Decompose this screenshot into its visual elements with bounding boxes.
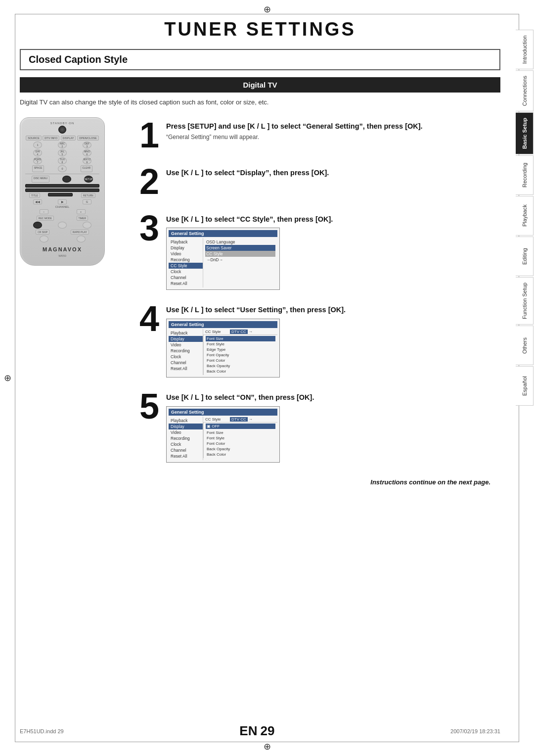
sidebar-tab-introduction[interactable]: Introduction [516,30,534,69]
sub-edge-type: Edge Type [206,347,275,352]
btn-mno[interactable]: MNO6 [83,149,91,156]
numpad-row2: GHI4 JKL5 MNO6 [25,149,99,156]
disc-setup-row: DISC MENU SETUP [25,176,99,183]
arrow-right: → [249,330,253,334]
reg-mark-bottom: ⊕ [264,741,271,752]
openclose-btn[interactable]: OPEN/CLOSE [77,136,99,141]
nav-btn[interactable]: ▶ [58,199,67,204]
menu4-playback: Playback [169,330,203,336]
numpad-row1: 1 ABC2 DEF3 [25,142,99,148]
step-2-content: Use [K / L ] to select “Display”, then p… [166,164,500,181]
btn-abc[interactable]: ABC2 [58,142,67,148]
rapid-play-btn[interactable]: RAPID PLAY [71,230,89,235]
btn-0[interactable]: 0 [58,165,67,172]
remote-column: STANDBY·ON SOURCE DTV INFO DISPLAY OPEN/… [20,117,124,266]
btn-1[interactable]: 1 [33,142,42,148]
long-btn-1[interactable] [25,184,99,188]
play-btn[interactable] [58,222,67,229]
btn-jkl[interactable]: JKL5 [58,149,67,156]
ch-plus[interactable]: + [77,209,86,214]
sidebar-tab-playback[interactable]: Playback [516,196,534,236]
prev-btn[interactable]: ◀◀ [33,199,42,204]
sidebar-tab-recording[interactable]: Recording [516,155,534,195]
long-btn-3[interactable] [48,193,73,196]
sidebar-tab-function-setup[interactable]: Function Setup [516,277,534,325]
reg-mark-left: ⊕ [4,373,11,383]
screen-3-title: General Setting [169,230,277,237]
sidebar-tab-editing[interactable]: Editing [516,236,534,276]
sub5-back-color: Back Color [206,452,275,457]
menu5-playback: Playback [169,418,203,424]
auto-btn[interactable] [83,222,91,229]
sidebar-tab-español[interactable]: Español [516,366,534,406]
step-1-text: Press [SETUP] and use [K / L ] to select… [166,121,500,132]
channel-row: − + [25,209,99,214]
step-5: 5 Use [K / L ] to select “ON”, then pres… [134,388,500,463]
sub5-font-color: Font Color [206,441,275,446]
dtv-cc-val: DTV CC [230,330,248,334]
sub-font-color: Font Color [206,358,275,363]
page-en-label: EN [239,723,257,739]
disc-menu-btn[interactable]: DISC MENU [32,176,49,183]
nav-center-btn[interactable] [62,176,71,183]
step-2-number: 2 [134,164,159,199]
screen-3-right: OSD Language Screen Saver CC Style →DnD→ [203,238,277,287]
footer-note: Instructions continue on the next page. [370,478,490,486]
menu-reset-all: Reset All [169,281,203,286]
divider-1 [25,174,99,174]
sidebar-tab-connections[interactable]: Connections [516,70,534,111]
menu5-video: Video [169,429,203,435]
title-btn[interactable]: TITLE [29,193,40,198]
pause-btn[interactable] [77,236,86,242]
sub-font-style: Font Style [206,341,275,347]
btn-tuv[interactable]: TUV8 [58,157,67,164]
step-3-screen: General Setting Playback Display Video R… [166,228,280,290]
long-btn-2[interactable] [25,189,99,192]
sidebar-tab-others[interactable]: Others [516,326,534,365]
btn-clear[interactable]: CLEAR [81,165,93,172]
menu-recording: Recording [169,257,203,263]
step-1-number: 1 [134,117,159,153]
dtv-cc-val-5: DTV CC [230,417,248,422]
step-3-content: Use [K / L ] to select “CC Style”, then … [166,210,500,290]
timer-btn[interactable]: TIMER [77,216,89,221]
page-number: 29 [260,723,274,739]
power-button[interactable] [58,126,66,134]
btn-ghi[interactable]: GHI4 [33,149,42,156]
dtvinfo-btn[interactable]: DTV INFO [43,136,59,141]
menu5-display: Display [169,424,203,429]
screen-4-top-row: CC Style DTV CC → [203,329,277,335]
screen-5-body: Playback Display Video Recording Clock C… [169,417,277,460]
btn-wxyz[interactable]: WXYZ9 [83,157,91,164]
stop-btn[interactable] [40,236,48,242]
setup-btn[interactable]: SETUP [84,176,93,183]
return-btn[interactable]: RETURN [81,193,95,198]
ch-minus[interactable]: − [40,209,48,214]
cr-skip-btn[interactable]: CR SKIP [36,230,49,235]
rec-timer-row: REC MODE TIMER [25,216,99,221]
sub5-font-size: Font Size [206,430,275,435]
rec-btn[interactable] [33,222,42,229]
step-1-content: Press [SETUP] and use [K / L ] to select… [166,117,500,144]
screen-5-menu: Playback Display Video Recording Clock C… [169,417,203,460]
display-btn[interactable]: DISPLAY [61,136,76,141]
sidebar-tab-basic-setup[interactable]: Basic Setup [516,112,534,154]
step-1-subtitle: “General Setting” menu will appear. [166,134,500,141]
g-btn[interactable]: G [83,199,91,204]
source-btn[interactable]: SOURCE [26,136,42,141]
rec-mode-btn[interactable]: REC MODE [37,216,54,221]
section-heading: Closed Caption Style [29,54,491,65]
btn-pqrs[interactable]: PQRS7 [33,157,42,164]
right-osd: OSD Language [205,239,275,245]
black-btn-group: TITLE RETURN [25,184,99,198]
screen-4-menu: Playback Display Video Recording Clock C… [169,329,203,375]
menu5-recording: Recording [169,435,203,441]
skip-play-row: CR SKIP RAPID PLAY [25,230,99,235]
btn-space[interactable]: SPACE [32,165,44,172]
step-4-text: Use [K / L ] to select “User Setting”, t… [166,305,500,316]
step-1: 1 Press [SETUP] and use [K / L ] to sele… [134,117,500,153]
menu-display: Display [169,245,203,251]
main-content: TUNER SETTINGS Closed Caption Style Digi… [20,0,500,486]
btn-def[interactable]: DEF3 [83,142,91,148]
step-5-text: Use [K / L ] to select “ON”, then press … [166,392,500,403]
